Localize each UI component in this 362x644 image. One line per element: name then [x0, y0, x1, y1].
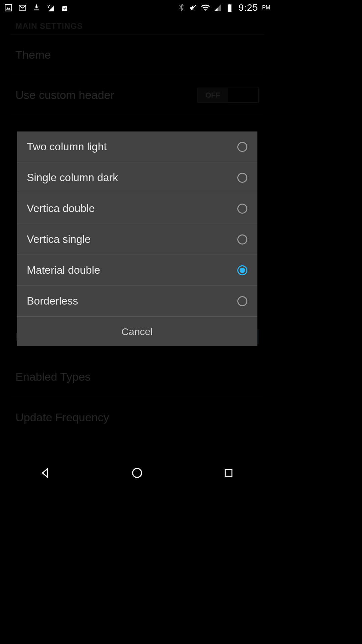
svg-rect-0 [5, 4, 12, 11]
svg-marker-1 [6, 7, 11, 9]
svg-marker-11 [43, 469, 48, 477]
radio-icon [237, 234, 247, 245]
status-ampm: PM [262, 5, 270, 11]
option-two-column-light[interactable]: Two column light [17, 131, 257, 162]
option-borderless[interactable]: Borderless [17, 286, 257, 317]
option-label: Vertica double [27, 202, 95, 215]
bluetooth-icon [177, 3, 186, 12]
status-bar-left: ? [4, 3, 69, 12]
radio-icon [237, 142, 247, 152]
status-time: 9:25 [239, 2, 258, 13]
svg-text:?: ? [47, 4, 50, 9]
nav-home-button[interactable] [129, 465, 145, 481]
status-bar-right: 9:25 PM [177, 2, 270, 13]
svg-rect-10 [229, 4, 230, 4]
dialog-cancel-button[interactable]: Cancel [17, 317, 257, 346]
option-label: Two column light [27, 141, 107, 153]
theme-dialog: Two column light Single column dark Vert… [17, 131, 257, 346]
dialog-cancel-label: Cancel [121, 326, 153, 337]
gmail-icon [18, 3, 27, 12]
gallery-icon [4, 3, 13, 12]
option-single-column-dark[interactable]: Single column dark [17, 162, 257, 193]
cell-signal-icon [213, 3, 222, 12]
mute-icon [189, 3, 198, 12]
android-nav-bar [0, 458, 274, 488]
status-bar: ? 9:25 PM [0, 0, 274, 15]
nav-recents-button[interactable] [221, 465, 237, 481]
option-label: Borderless [27, 295, 78, 307]
battery-icon [225, 3, 234, 12]
option-vertica-single[interactable]: Vertica single [17, 224, 257, 255]
shopping-bag-icon [60, 3, 69, 12]
option-label: Vertica single [27, 233, 90, 246]
option-label: Single column dark [27, 171, 118, 184]
download-icon [32, 3, 41, 12]
svg-rect-13 [225, 470, 232, 476]
signal-question-icon: ? [46, 3, 55, 12]
svg-marker-8 [214, 8, 218, 11]
wifi-icon [201, 3, 210, 12]
radio-icon-checked [237, 265, 247, 275]
radio-icon [237, 204, 247, 214]
option-material-double[interactable]: Material double [17, 255, 257, 286]
nav-back-button[interactable] [38, 465, 54, 481]
option-vertica-double[interactable]: Vertica double [17, 193, 257, 224]
svg-point-12 [133, 469, 142, 478]
svg-rect-3 [34, 9, 39, 10]
option-label: Material double [27, 264, 100, 276]
radio-icon [237, 173, 247, 183]
svg-rect-9 [228, 4, 231, 12]
radio-icon [237, 296, 247, 306]
